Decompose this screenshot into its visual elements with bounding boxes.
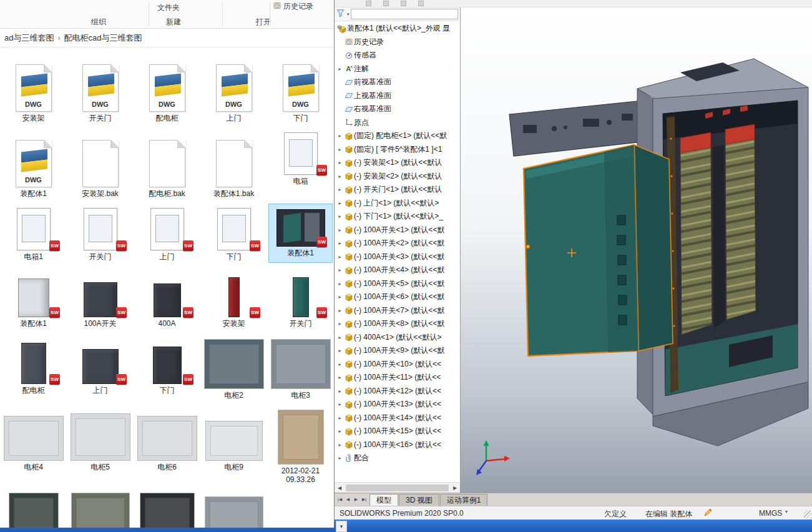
tree-item[interactable]: 历史记录 [335, 36, 460, 49]
tree-item[interactable]: ▸A注解 [335, 62, 460, 76]
tree-item[interactable]: 右视基准面 [335, 102, 460, 116]
tree-item[interactable]: ▸(-) 100A开关<10> (默认<< [335, 358, 460, 372]
tree-item[interactable]: 上视基准面 [335, 89, 460, 103]
tree-item[interactable]: ▸(-) 开关门<1> (默认<<默认 [335, 183, 460, 197]
file-item[interactable]: 配电柜.bak [135, 128, 199, 200]
expand-arrow-icon[interactable]: ▸ [336, 227, 343, 233]
expand-arrow-icon[interactable]: ▸ [336, 348, 343, 353]
units-indicator[interactable]: MMGS [759, 509, 782, 518]
file-item[interactable]: DWG下门 [268, 52, 333, 124]
expand-arrow-icon[interactable]: ▸ [336, 362, 343, 367]
expand-arrow-icon[interactable]: ▸ [336, 308, 343, 313]
file-item[interactable]: SW装配体1 [1, 267, 66, 330]
expand-arrow-icon[interactable]: ▸ [336, 442, 343, 448]
tree-item[interactable]: ▸(-) 100A开关<16> (默认<< [335, 438, 460, 452]
cabinet-door[interactable] [524, 145, 638, 356]
file-item[interactable] [202, 490, 266, 528]
file-item[interactable]: 装配体1.bak [202, 128, 266, 200]
file-item[interactable]: SW开关门 [268, 267, 333, 330]
sheet-next-icon[interactable]: ▶ [353, 497, 360, 502]
toolbar-icon[interactable] [401, 1, 406, 6]
edit-pencil-icon[interactable] [704, 508, 712, 518]
file-item[interactable]: SW配电柜 [1, 333, 66, 401]
scroll-left-icon[interactable]: ◀ [335, 483, 345, 493]
file-item[interactable]: SW装配体1 [268, 204, 333, 263]
expand-arrow-icon[interactable]: ▸ [336, 455, 343, 461]
file-item[interactable] [1, 490, 66, 528]
expand-arrow-icon[interactable]: ▸ [336, 375, 343, 380]
scrollbar-thumb[interactable] [346, 485, 449, 491]
toolbar-icon[interactable] [366, 1, 371, 6]
tree-item[interactable]: 前视基准面 [335, 76, 460, 89]
breadcrumb-parent[interactable]: ad与三维套图 [2, 32, 56, 44]
viewport-3d[interactable] [461, 7, 812, 493]
expand-arrow-icon[interactable]: ▸ [336, 428, 343, 434]
expand-arrow-icon[interactable]: ▸ [336, 66, 343, 72]
expand-arrow-icon[interactable]: ▸ [336, 415, 343, 421]
sheet-prev-icon[interactable]: ◀ [345, 497, 351, 502]
tab-motion-study[interactable]: 运动算例1 [440, 494, 488, 506]
file-item[interactable]: DWG安装架 [1, 52, 66, 124]
ribbon-group-organize[interactable]: 组织 [91, 17, 106, 27]
tree-item[interactable]: ▸(-) 下门<1> (默认<<默认>_ [335, 210, 460, 224]
sheet-first-icon[interactable]: |◀ [336, 497, 343, 502]
expand-arrow-icon[interactable]: ▸ [336, 294, 343, 300]
file-item[interactable]: DWG上门 [202, 52, 266, 124]
file-item[interactable]: SW下门 [202, 204, 266, 263]
file-item[interactable]: DWG开关门 [68, 52, 132, 124]
orientation-triad[interactable] [476, 440, 510, 475]
ribbon-group-open[interactable]: 打开 [256, 17, 271, 27]
tree-item[interactable]: ▸(-) 100A开关<14> (默认<< [335, 411, 460, 425]
file-item[interactable] [135, 490, 199, 528]
tree-item[interactable]: ▸(-) 上门<1> (默认<<默认> [335, 197, 460, 210]
expand-arrow-icon[interactable]: ▸ [336, 147, 343, 152]
address-bar[interactable]: ad与三维套图 › 配电柜cad与三维套图 [0, 29, 334, 47]
expand-arrow-icon[interactable]: ▸ [336, 174, 343, 179]
expand-arrow-icon[interactable]: ▸ [336, 214, 343, 219]
tab-3d-view[interactable]: 3D 视图 [399, 494, 439, 506]
units-dropdown-icon[interactable]: ▾ [785, 509, 788, 515]
ribbon-group-new[interactable]: 新建 [166, 17, 181, 27]
sheet-last-icon[interactable]: ▶| [361, 497, 368, 502]
tree-item[interactable]: 原点 [335, 116, 460, 130]
expand-arrow-icon[interactable]: ▸ [336, 401, 343, 407]
expand-arrow-icon[interactable]: ▸ [336, 388, 343, 394]
tree-item[interactable]: ▸(-) 400A<1> (默认<<默认> [335, 331, 460, 345]
scroll-right-icon[interactable]: ▶ [450, 483, 460, 493]
file-item[interactable]: SW400A [135, 267, 199, 330]
file-item[interactable]: 电柜4 [1, 405, 66, 486]
tree-item[interactable]: ▸(-) 安装架<1> (默认<<默认 [335, 156, 460, 170]
tree-item[interactable]: ▸(-) 100A开关<6> (默认<<默 [335, 290, 460, 304]
expand-arrow-icon[interactable]: ▸ [336, 321, 343, 327]
explorer-scrollbar-down-button[interactable]: ▾ [336, 521, 347, 532]
history-button[interactable]: 历史记录 [273, 1, 313, 12]
ribbon-tab-folder[interactable]: 文件夹 [157, 2, 180, 13]
tree-item[interactable]: ▸(固定) [ 零件5^装配体1 ]<1 [335, 143, 460, 157]
expand-arrow-icon[interactable]: ▸ [336, 281, 343, 287]
tree-item[interactable]: ▸(-) 安装架<2> (默认<<默认 [335, 170, 460, 184]
toolbar-icon[interactable] [383, 1, 389, 6]
file-item[interactable]: 电柜2 [202, 333, 266, 401]
tab-model[interactable]: 模型 [369, 494, 398, 506]
tree-item[interactable]: ▸(-) 100A开关<1> (默认<<默 [335, 224, 460, 237]
file-item[interactable]: 电柜9 [202, 405, 266, 486]
toolbar-icon[interactable] [418, 1, 424, 6]
tree-item[interactable]: ▸(-) 100A开关<2> (默认<<默 [335, 237, 460, 250]
file-item[interactable]: 安装架.bak [68, 128, 132, 200]
tree-item[interactable]: ▸(-) 100A开关<4> (默认<<默 [335, 264, 460, 277]
tree-item[interactable]: ▸(-) 100A开关<5> (默认<<默 [335, 277, 460, 291]
tree-item[interactable]: 装配体1 (默认<<默认>_外观 显 [335, 22, 460, 36]
door-inner-panel[interactable] [634, 145, 673, 351]
file-item[interactable]: SW100A开关 [68, 267, 132, 330]
tree-item[interactable]: ▸(-) 100A开关<3> (默认<<默 [335, 250, 460, 264]
filter-dropdown-arrow-icon[interactable]: ▾ [347, 12, 350, 17]
file-item[interactable]: DWG配电柜 [135, 52, 199, 124]
expand-arrow-icon[interactable]: ▸ [336, 133, 343, 139]
tree-item[interactable]: ▸配合 [335, 451, 460, 465]
file-item[interactable]: SW下门 [135, 333, 199, 401]
breadcrumb-current[interactable]: 配电柜cad与三维套图 [62, 32, 144, 44]
tree-item[interactable]: ▸(-) 100A开关<11> (默认<< [335, 371, 460, 385]
file-item[interactable]: 2012-02-21 09.33.26 [268, 405, 333, 486]
tree-item[interactable]: ▸(-) 100A开关<13> (默认<< [335, 398, 460, 411]
file-item[interactable]: 电柜6 [135, 405, 199, 486]
